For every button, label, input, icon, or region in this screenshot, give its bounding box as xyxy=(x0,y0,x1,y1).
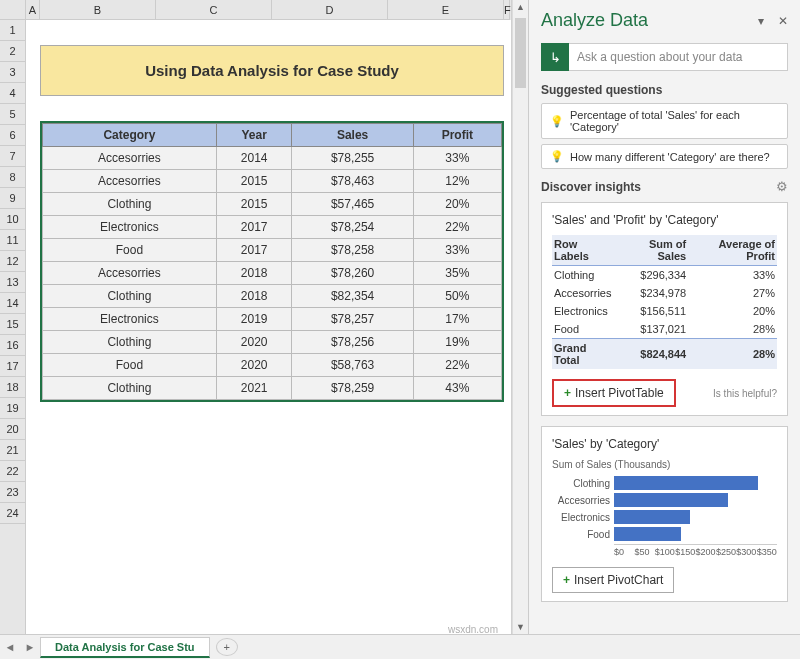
cell[interactable]: $58,763 xyxy=(292,354,413,377)
cell[interactable]: 35% xyxy=(413,262,501,285)
cell[interactable]: 2020 xyxy=(216,331,292,354)
suggestion-1[interactable]: 💡Percentage of total 'Sales' for each 'C… xyxy=(541,103,788,139)
sheet-tab-bar: ◄ ► Data Analysis for Case Stu + xyxy=(0,634,800,659)
cell[interactable]: 2017 xyxy=(216,239,292,262)
cell[interactable]: Clothing xyxy=(43,285,217,308)
cell[interactable]: 33% xyxy=(413,239,501,262)
cell[interactable]: $78,256 xyxy=(292,331,413,354)
cell[interactable]: Clothing xyxy=(43,193,217,216)
row-headers[interactable]: for(let i=1;i<=24;i++)document.write('<d… xyxy=(0,0,26,634)
column-headers[interactable]: A B C D E F xyxy=(26,0,511,20)
plus-icon: + xyxy=(563,573,570,587)
plus-icon: + xyxy=(564,386,571,400)
scroll-thumb[interactable] xyxy=(515,18,526,88)
cell[interactable]: 2020 xyxy=(216,354,292,377)
col-header-profit[interactable]: Profit xyxy=(413,124,501,147)
cell[interactable]: 2014 xyxy=(216,147,292,170)
spreadsheet-area: for(let i=1;i<=24;i++)document.write('<d… xyxy=(0,0,512,634)
cell[interactable]: 20% xyxy=(413,193,501,216)
cell[interactable]: $78,255 xyxy=(292,147,413,170)
col-header-year[interactable]: Year xyxy=(216,124,292,147)
cell[interactable]: 50% xyxy=(413,285,501,308)
cell[interactable]: Electronics xyxy=(43,308,217,331)
search-submit-icon[interactable]: ↳ xyxy=(541,43,569,71)
cell[interactable]: 2019 xyxy=(216,308,292,331)
cell[interactable]: Clothing xyxy=(43,331,217,354)
cell[interactable]: $78,259 xyxy=(292,377,413,400)
cell[interactable]: $78,260 xyxy=(292,262,413,285)
pane-close-icon[interactable]: ✕ xyxy=(778,14,788,28)
cell[interactable]: Accesorries xyxy=(43,170,217,193)
cell[interactable]: 2015 xyxy=(216,170,292,193)
col-header-sales[interactable]: Sales xyxy=(292,124,413,147)
discover-insights-label: Discover insights xyxy=(541,180,641,194)
vertical-scrollbar[interactable]: ▲ ▼ xyxy=(512,0,528,634)
card-title: 'Sales' by 'Category' xyxy=(552,437,777,451)
cell[interactable]: Accesorries xyxy=(43,262,217,285)
bar-chart: ClothingAccesorriesElectronicsFood xyxy=(552,476,777,541)
scroll-up-icon[interactable]: ▲ xyxy=(513,2,528,12)
cell[interactable]: Food xyxy=(43,354,217,377)
helpful-link[interactable]: Is this helpful? xyxy=(713,388,777,399)
bulb-icon: 💡 xyxy=(550,115,564,128)
cell[interactable]: 2017 xyxy=(216,216,292,239)
cell[interactable]: $78,257 xyxy=(292,308,413,331)
cell[interactable]: 22% xyxy=(413,354,501,377)
tab-nav-right-icon[interactable]: ► xyxy=(20,641,40,653)
cell[interactable]: $78,254 xyxy=(292,216,413,239)
cell[interactable]: 43% xyxy=(413,377,501,400)
sheet-title-cell[interactable]: Using Data Analysis for Case Study xyxy=(40,45,504,96)
cell[interactable]: Food xyxy=(43,239,217,262)
gear-icon[interactable]: ⚙ xyxy=(776,179,788,194)
cell[interactable]: 12% xyxy=(413,170,501,193)
card-title: 'Sales' and 'Profit' by 'Category' xyxy=(552,213,777,227)
tab-nav-left-icon[interactable]: ◄ xyxy=(0,641,20,653)
cell[interactable]: Electronics xyxy=(43,216,217,239)
cell[interactable]: 22% xyxy=(413,216,501,239)
chart-subtitle: Sum of Sales (Thousands) xyxy=(552,459,777,470)
insight-card-chart: 'Sales' by 'Category' Sum of Sales (Thou… xyxy=(541,426,788,602)
pane-dropdown-icon[interactable]: ▾ xyxy=(758,14,764,28)
insight-card-pivottable: 'Sales' and 'Profit' by 'Category' Row L… xyxy=(541,202,788,416)
bulb-icon: 💡 xyxy=(550,150,564,163)
chart-axis: $0$50$100$150$200$250$300$350 xyxy=(614,544,777,557)
scroll-down-icon[interactable]: ▼ xyxy=(513,622,528,632)
cell[interactable]: 17% xyxy=(413,308,501,331)
insert-pivotchart-button[interactable]: +Insert PivotChart xyxy=(552,567,674,593)
cell[interactable]: 33% xyxy=(413,147,501,170)
cell[interactable]: 2018 xyxy=(216,285,292,308)
cell[interactable]: $78,463 xyxy=(292,170,413,193)
pane-title: Analyze Data xyxy=(541,10,648,31)
cell[interactable]: Clothing xyxy=(43,377,217,400)
analyze-data-pane: Analyze Data ▾ ✕ ↳ Ask a question about … xyxy=(528,0,800,634)
new-sheet-button[interactable]: + xyxy=(216,638,238,656)
cell[interactable]: 2021 xyxy=(216,377,292,400)
search-input[interactable]: Ask a question about your data xyxy=(569,43,788,71)
cell[interactable]: 2018 xyxy=(216,262,292,285)
suggestion-2[interactable]: 💡How many different 'Category' are there… xyxy=(541,144,788,169)
pivot-table: Row Labels Sum of Sales Average of Profi… xyxy=(552,235,777,369)
col-header-category[interactable]: Category xyxy=(43,124,217,147)
cell[interactable]: $82,354 xyxy=(292,285,413,308)
sheet-data-table[interactable]: Category Year Sales Profit Accesorries20… xyxy=(40,121,504,402)
cell[interactable]: $78,258 xyxy=(292,239,413,262)
cell[interactable]: $57,465 xyxy=(292,193,413,216)
sheet-tab[interactable]: Data Analysis for Case Stu xyxy=(40,637,210,658)
watermark: wsxdn.com xyxy=(448,624,498,635)
cell[interactable]: 2015 xyxy=(216,193,292,216)
cell[interactable]: Accesorries xyxy=(43,147,217,170)
suggested-questions-label: Suggested questions xyxy=(541,83,788,97)
insert-pivottable-button[interactable]: +Insert PivotTable xyxy=(552,379,676,407)
cell[interactable]: 19% xyxy=(413,331,501,354)
